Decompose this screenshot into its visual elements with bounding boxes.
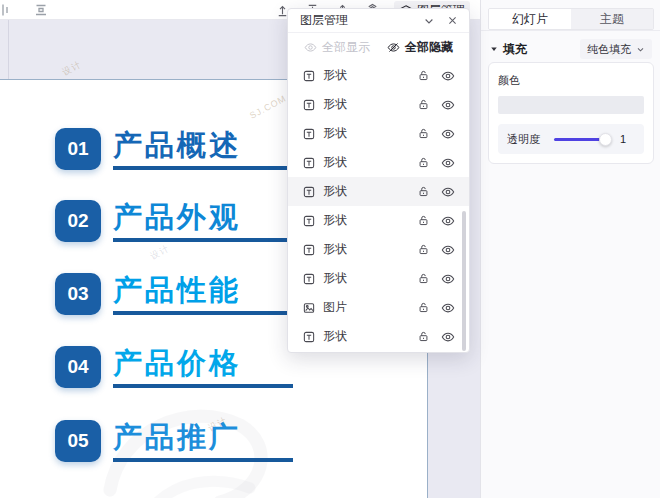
opacity-row: 透明度 1: [498, 124, 644, 154]
layer-rows: 形状 形状 形状 形状: [288, 61, 469, 351]
lock-icon[interactable]: [417, 69, 431, 83]
opacity-slider-thumb[interactable]: [599, 133, 612, 146]
opacity-slider[interactable]: [554, 138, 606, 141]
visibility-icon[interactable]: [441, 330, 455, 344]
fill-settings-card: 颜色 透明度 1: [488, 62, 654, 164]
layer-panel-title: 图层管理: [300, 12, 413, 29]
eye-icon: [304, 41, 317, 54]
presentation-editor: 设计 SJ.COM 设计 .COM 设计 SJ.COM 01 产品概述 02 产…: [0, 0, 660, 498]
agenda-title: 产品价格: [113, 346, 293, 381]
agenda-item-1[interactable]: 01 产品概述: [55, 128, 293, 170]
layer-row[interactable]: 形状: [288, 264, 469, 293]
lock-icon[interactable]: [417, 98, 431, 112]
sidebar-divider: [481, 30, 660, 31]
visibility-icon[interactable]: [441, 98, 455, 112]
shape-icon: [302, 272, 316, 286]
layer-label: 形状: [323, 67, 407, 84]
agenda-number-badge: 01: [55, 128, 101, 170]
chevron-down-icon: [636, 45, 645, 54]
tab-theme[interactable]: 主题: [571, 9, 653, 29]
shape-icon: [302, 243, 316, 257]
watermark-text: 设计: [60, 58, 84, 79]
layer-label: 形状: [323, 154, 407, 171]
layer-label: 形状: [323, 241, 407, 258]
color-swatch[interactable]: [498, 96, 644, 114]
lock-icon[interactable]: [417, 272, 431, 286]
layer-row[interactable]: 图片: [288, 293, 469, 322]
fill-type-dropdown[interactable]: 纯色填充: [580, 39, 652, 59]
lock-icon[interactable]: [417, 127, 431, 141]
agenda-underline: [113, 166, 293, 170]
color-label: 颜色: [498, 73, 644, 88]
agenda-underline: [113, 458, 293, 462]
shape-icon: [302, 69, 316, 83]
fill-type-value: 纯色填充: [587, 42, 631, 57]
layer-label: 图片: [323, 299, 407, 316]
canvas-guide-line: [8, 20, 9, 79]
close-panel-icon[interactable]: [445, 14, 459, 28]
shape-icon: [302, 127, 316, 141]
agenda-title: 产品外观: [113, 200, 293, 235]
layer-label: 形状: [323, 183, 407, 200]
lock-icon[interactable]: [417, 156, 431, 170]
lock-icon[interactable]: [417, 301, 431, 315]
layer-row[interactable]: 形状: [288, 322, 469, 351]
image-icon: [302, 301, 316, 315]
hide-all-label: 全部隐藏: [405, 39, 453, 56]
tab-slide[interactable]: 幻灯片: [489, 9, 571, 29]
agenda-title: 产品概述: [113, 128, 293, 163]
layer-row[interactable]: 形状: [288, 61, 469, 90]
show-all-button[interactable]: 全部显示: [304, 39, 370, 56]
lock-icon[interactable]: [417, 185, 431, 199]
agenda-underline: [113, 311, 293, 315]
agenda-number-badge: 03: [55, 273, 101, 315]
visibility-icon[interactable]: [441, 127, 455, 141]
agenda-number-badge: 02: [55, 200, 101, 242]
agenda-item-4[interactable]: 04 产品价格: [55, 346, 293, 388]
lock-icon[interactable]: [417, 243, 431, 257]
opacity-label: 透明度: [507, 132, 540, 147]
properties-sidebar: 幻灯片 主题 填充 纯色填充 颜色 透明度: [480, 0, 660, 498]
agenda-number-badge: 04: [55, 346, 101, 388]
visibility-icon[interactable]: [441, 185, 455, 199]
panel-scrollbar[interactable]: [462, 211, 466, 351]
visibility-icon[interactable]: [441, 301, 455, 315]
visibility-icon[interactable]: [441, 243, 455, 257]
layer-row-selected[interactable]: 形状: [288, 177, 469, 206]
layer-label: 形状: [323, 96, 407, 113]
hide-all-button[interactable]: 全部隐藏: [387, 39, 453, 56]
visibility-icon[interactable]: [441, 272, 455, 286]
distribute-horizontal-icon[interactable]: [0, 2, 11, 18]
agenda-item-5[interactable]: 05 产品推广: [55, 420, 293, 462]
visibility-icon[interactable]: [441, 156, 455, 170]
agenda-title: 产品推广: [113, 420, 293, 455]
layer-row[interactable]: 形状: [288, 119, 469, 148]
shape-icon: [302, 156, 316, 170]
agenda-number-badge: 05: [55, 420, 101, 462]
agenda-item-2[interactable]: 02 产品外观: [55, 200, 293, 242]
visibility-icon[interactable]: [441, 214, 455, 228]
layer-row[interactable]: 形状: [288, 90, 469, 119]
visibility-icon[interactable]: [441, 69, 455, 83]
layer-label: 形状: [323, 328, 407, 345]
agenda-underline: [113, 384, 293, 388]
distribute-vertical-icon[interactable]: [33, 2, 49, 18]
show-all-label: 全部显示: [322, 39, 370, 56]
layer-row[interactable]: 形状: [288, 235, 469, 264]
collapse-panel-icon[interactable]: [422, 14, 436, 28]
fill-section-label: 填充: [503, 41, 580, 58]
opacity-value: 1: [620, 133, 626, 145]
layer-panel-header[interactable]: 图层管理: [288, 9, 469, 33]
layer-label: 形状: [323, 212, 407, 229]
layer-row[interactable]: 形状: [288, 206, 469, 235]
layer-row[interactable]: 形状: [288, 148, 469, 177]
shape-icon: [302, 330, 316, 344]
agenda-item-3[interactable]: 03 产品性能: [55, 273, 293, 315]
lock-icon[interactable]: [417, 214, 431, 228]
collapse-caret-icon[interactable]: [490, 45, 498, 53]
eye-off-icon: [387, 41, 400, 54]
agenda-underline: [113, 238, 293, 242]
shape-icon: [302, 214, 316, 228]
lock-icon[interactable]: [417, 330, 431, 344]
layer-panel: 图层管理 全部显示 全部隐藏 形状: [287, 8, 470, 353]
